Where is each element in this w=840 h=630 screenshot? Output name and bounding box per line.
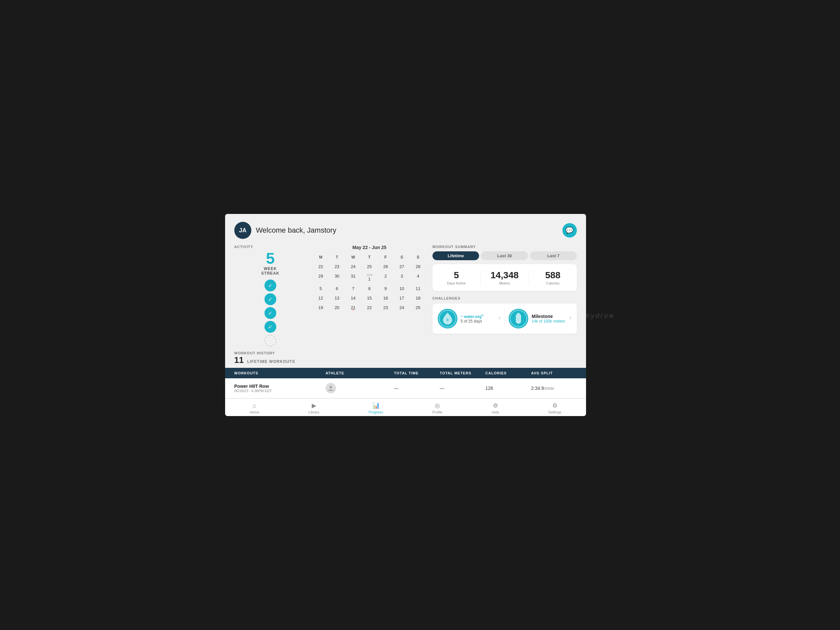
svg-rect-1: [517, 313, 520, 314]
cal-day-W: W: [346, 253, 361, 261]
challenge-water[interactable]: 0 ~ water.org® 5 of 25 days ?: [438, 309, 501, 328]
chat-button[interactable]: 💬: [562, 223, 577, 238]
water-challenge-info: ~ water.org® 5 of 25 days: [461, 314, 495, 324]
streak-label: WEEKSTREAK: [261, 267, 279, 276]
cal-27: 27: [394, 262, 409, 271]
nav-profile[interactable]: ◎ Profile: [432, 402, 442, 414]
total-meters-cell: —: [440, 385, 485, 391]
milestone-subtitle: 14k of 100k meters: [532, 319, 566, 324]
summary-tabs: Lifetime Last 30 Last 7: [433, 251, 577, 260]
activity-label: ACTIVITY: [234, 245, 306, 249]
col-calories: CALORIES: [485, 371, 531, 375]
cal-19: 19: [313, 303, 328, 312]
header: JA Welcome back, Jamstory 💬: [234, 222, 577, 239]
workout-info: Power HIIT Row 06/16/23 · 4:36PM EDT: [234, 384, 325, 393]
streak-circle-3: ✓: [264, 307, 276, 319]
stat-meters: 14,348 Meters: [481, 270, 529, 285]
calendar-grid: M T W T F S S 22 23 24 25 26: [313, 253, 426, 312]
cal-11: 11: [410, 284, 426, 293]
tab-last7[interactable]: Last 7: [530, 251, 577, 260]
cal-5: 5: [313, 284, 328, 293]
athlete-avatar: [325, 383, 336, 393]
calendar-section: May 22 - Jun 25 M T W T F S S 22: [313, 245, 426, 346]
cal-23: 23: [329, 262, 344, 271]
stat-meters-label: Meters: [481, 281, 529, 285]
svg-point-4: [330, 386, 332, 388]
challenge-divider: [504, 309, 505, 328]
calendar-range-label: May 22 - Jun 25: [313, 245, 426, 250]
cal-15: 15: [362, 294, 377, 302]
cal-day-F: F: [378, 253, 393, 261]
cal-6: 6: [329, 284, 344, 293]
stat-calories-label: Calories: [529, 281, 577, 285]
avatar: JA: [234, 222, 251, 239]
welcome-text: Welcome back, Jamstory: [256, 226, 336, 235]
nav-progress[interactable]: 📊 Progress: [368, 402, 383, 414]
streak-number: 5: [266, 251, 275, 267]
athlete-cell: [325, 383, 394, 393]
cal-22: 22: [313, 262, 328, 271]
left-panel: ACTIVITY 5 WEEKSTREAK ✓ ✓ ✓ ✓: [234, 245, 306, 346]
svg-point-3: [517, 322, 520, 324]
cal-8[interactable]: 8: [362, 284, 377, 293]
app-screen: JA Welcome back, Jamstory 💬 ACTIVITY 5 W…: [225, 214, 586, 416]
cal-22b: 22: [362, 303, 377, 312]
tab-lifetime[interactable]: Lifetime: [433, 251, 479, 260]
nav-library-label: Library: [308, 410, 320, 414]
cal-7: 7: [346, 284, 361, 293]
water-progress: 5 of 25 days: [461, 319, 495, 324]
stats-row: 5 Days Active 14,348 Meters 588 Calories: [433, 264, 577, 291]
workout-date: 06/16/23 · 4:36PM EDT: [234, 389, 325, 393]
cal-3: 3: [394, 272, 409, 283]
water-help-icon[interactable]: ?: [499, 316, 501, 321]
stat-calories-value: 588: [529, 270, 577, 281]
cal-day-T2: T: [362, 253, 377, 261]
cal-2: 2: [378, 272, 393, 283]
cal-12: 12: [313, 294, 328, 302]
stat-days-value: 5: [433, 270, 480, 281]
right-panel: WORKOUT SUMMARY Lifetime Last 30 Last 7 …: [433, 245, 577, 346]
cal-26[interactable]: 26: [378, 262, 393, 271]
nav-help[interactable]: ⚙ Help: [492, 402, 499, 414]
table-header: WORKOUTS ATHLETE TOTAL TIME TOTAL METERS…: [225, 368, 586, 378]
challenge-milestone[interactable]: Milestone 14k of 100k meters ?: [508, 309, 572, 328]
cal-30: 30: [329, 272, 344, 283]
milestone-title: Milestone: [532, 314, 566, 319]
stat-meters-value: 14,348: [481, 270, 529, 281]
calories-cell: 126: [485, 385, 531, 391]
history-count-label: LIFETIME WORKOUTS: [247, 359, 295, 364]
avg-split-cell: 2:34.9/500M: [531, 385, 577, 391]
milestone-help-icon[interactable]: ?: [569, 316, 572, 321]
cal-row-4: 12 13 14 15 16 17 18: [313, 294, 426, 302]
svg-text:0: 0: [447, 318, 448, 322]
workout-summary-label: WORKOUT SUMMARY: [433, 245, 577, 249]
cal-28: 28: [410, 262, 426, 271]
cal-9: 9: [378, 284, 393, 293]
nav-home-label: Home: [250, 410, 259, 414]
col-total-time: TOTAL TIME: [394, 371, 440, 375]
nav-settings[interactable]: ⚙ Settings: [548, 402, 561, 414]
tab-last30[interactable]: Last 30: [481, 251, 528, 260]
cal-row-2: 29 30 31 JUN1 2 3 4: [313, 272, 426, 283]
streak-circle-5: [264, 335, 276, 346]
nav-home[interactable]: ⌂ Home: [250, 402, 259, 414]
total-time-cell: —: [394, 385, 440, 391]
col-avg-split: AVG SPLIT: [531, 371, 577, 375]
cal-29: 29: [313, 272, 328, 283]
streak-circles: ✓ ✓ ✓ ✓: [234, 279, 306, 346]
cal-23b: 23: [378, 303, 393, 312]
table-row[interactable]: Power HIIT Row 06/16/23 · 4:36PM EDT — —…: [225, 378, 586, 398]
challenges-label: CHALLENGES: [433, 296, 577, 300]
body-layout: ACTIVITY 5 WEEKSTREAK ✓ ✓ ✓ ✓ May 22 -: [234, 245, 577, 346]
cal-10: 10: [394, 284, 409, 293]
cal-16[interactable]: 16: [378, 294, 393, 302]
nav-library[interactable]: ▶ Library: [308, 402, 320, 414]
stat-calories: 588 Calories: [529, 270, 577, 285]
nav-settings-label: Settings: [548, 410, 561, 414]
cal-4[interactable]: 4: [410, 272, 426, 283]
cal-21-today: 21: [346, 303, 361, 312]
cal-18: 18: [410, 294, 426, 302]
profile-icon: ◎: [435, 402, 440, 409]
nav-profile-label: Profile: [432, 410, 442, 414]
streak-circle-2: ✓: [264, 293, 276, 305]
